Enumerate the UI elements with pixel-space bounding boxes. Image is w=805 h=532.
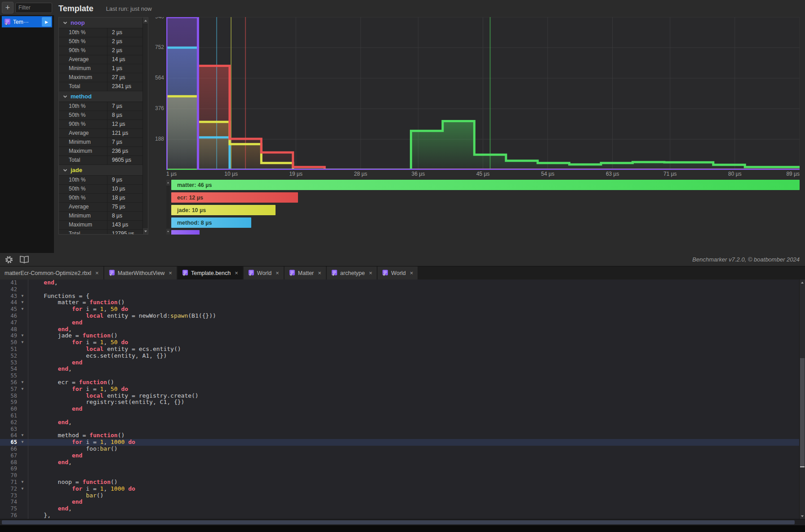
scroll-down-icon[interactable]: [143, 228, 148, 234]
fold-gutter: [17, 353, 28, 359]
fold-arrow-icon[interactable]: ▼: [17, 306, 28, 313]
code-text: end: [28, 452, 82, 459]
code-line-55: 55: [0, 372, 799, 379]
stat-label: 10th %: [59, 102, 107, 111]
code-line-47: 47 end: [0, 319, 799, 326]
tab-archetype[interactable]: archetype×: [327, 266, 377, 279]
line-number: 53: [0, 359, 17, 366]
close-icon[interactable]: ×: [369, 270, 373, 276]
chart-legend: matter: 46 µsecr: 12 µsjade: 10 µsmethod…: [166, 180, 800, 235]
line-number: 50: [0, 339, 17, 346]
close-icon[interactable]: ×: [276, 270, 279, 276]
tab-world[interactable]: World×: [378, 266, 418, 279]
stat-label: Minimum: [59, 212, 107, 220]
stat-row: Maximum236 µs: [59, 147, 142, 156]
close-icon[interactable]: ×: [410, 270, 414, 276]
script-icon: [4, 18, 11, 26]
fold-arrow-icon[interactable]: ▼: [17, 299, 28, 306]
tab-label: MatterWithoutView: [118, 270, 165, 276]
code-text: foo:bar(): [28, 446, 118, 452]
tab-matter[interactable]: Matter×: [285, 266, 326, 279]
stat-label: Average: [59, 129, 107, 137]
code-line-63: 63: [0, 426, 799, 433]
code-line-45: 45▼ for i = 1, 50 do: [0, 306, 799, 313]
editor-horizontal-scrollbar[interactable]: [0, 519, 805, 525]
tab-matterecr-common-optimize2-rbxl[interactable]: matterEcr-Common-Optimize2.rbxl×: [0, 266, 103, 279]
stat-label: 90th %: [59, 194, 107, 202]
code-text: end,: [28, 366, 72, 372]
x-tick-label: 1 µs: [166, 171, 177, 177]
tab-world[interactable]: World×: [244, 266, 284, 279]
legend-scroll-up-icon[interactable]: [166, 180, 170, 186]
stat-row: 10th %9 µs: [59, 176, 142, 185]
fold-gutter: [17, 399, 28, 406]
tab-template-bench[interactable]: Template.bench×: [178, 266, 243, 279]
fold-arrow-icon[interactable]: ▼: [17, 486, 28, 492]
close-icon[interactable]: ×: [318, 270, 321, 276]
code-line-58: 58 local entity = registry.create(): [0, 393, 799, 399]
docs-book-icon[interactable]: [19, 254, 30, 265]
code-text: end,: [28, 326, 72, 333]
editor-vscroll-thumb[interactable]: [800, 358, 805, 467]
code-text: noop = function(): [28, 479, 118, 486]
code-area[interactable]: 41 end,4243▼ Functions = {44▼ matter = f…: [0, 279, 799, 519]
line-number: 59: [0, 399, 17, 406]
legend-scroll-down-icon[interactable]: [166, 229, 170, 235]
stat-section-header-noop[interactable]: noop: [59, 18, 142, 28]
scroll-up-icon[interactable]: [143, 18, 148, 23]
code-line-54: 54 end,: [0, 366, 799, 372]
fold-arrow-icon[interactable]: ▼: [17, 439, 28, 446]
code-text: for i = 1, 50 do: [28, 386, 128, 393]
legend-bar: method: 8 µs: [171, 217, 251, 228]
x-tick-label: 54 µs: [541, 171, 555, 177]
add-benchmark-button[interactable]: +: [2, 2, 13, 13]
x-tick-label: 36 µs: [412, 171, 425, 177]
close-icon[interactable]: ×: [235, 270, 238, 276]
stat-section-header-method[interactable]: method: [59, 91, 142, 102]
code-line-59: 59 registry:set(entity, C1, {}): [0, 399, 799, 406]
close-icon[interactable]: ×: [169, 270, 172, 276]
stat-row: Average121 µs: [59, 129, 142, 138]
run-benchmark-button[interactable]: ▶: [42, 17, 51, 27]
script-icon: [382, 270, 388, 276]
filter-input[interactable]: [15, 3, 52, 13]
stat-value: 2 µs: [107, 46, 142, 55]
fold-arrow-icon[interactable]: ▼: [17, 386, 28, 393]
editor-vertical-scrollbar[interactable]: [799, 279, 805, 519]
code-text: for i = 1, 1000 do: [28, 439, 135, 446]
tab-matterwithoutview[interactable]: MatterWithoutView×: [104, 266, 177, 279]
fold-gutter: [17, 499, 28, 505]
benchmark-list-item-template[interactable]: Tem··· ▶: [2, 16, 52, 27]
fold-arrow-icon[interactable]: ▼: [17, 339, 28, 346]
fold-gutter: [17, 505, 28, 512]
code-text: end,: [28, 459, 72, 466]
editor-hscroll-thumb[interactable]: [2, 520, 795, 524]
fold-gutter: [17, 452, 28, 459]
legend-scrollbar[interactable]: [166, 180, 170, 235]
line-number: 68: [0, 459, 17, 466]
settings-gear-icon[interactable]: [4, 254, 14, 265]
line-number: 54: [0, 366, 17, 372]
close-icon[interactable]: ×: [95, 270, 99, 276]
code-text: for i = 1, 50 do: [28, 339, 128, 346]
fold-arrow-icon[interactable]: ▼: [17, 379, 28, 386]
stat-value: 9 µs: [107, 176, 142, 184]
fold-arrow-icon[interactable]: ▼: [17, 479, 28, 486]
stat-section-header-jade[interactable]: jade: [59, 165, 142, 176]
stat-row: Maximum143 µs: [59, 221, 142, 230]
stats-scrollbar[interactable]: [142, 18, 148, 234]
stat-row: 10th %7 µs: [59, 102, 142, 111]
stat-label: Total: [59, 82, 107, 91]
script-editor[interactable]: 41 end,4243▼ Functions = {44▼ matter = f…: [0, 279, 805, 519]
fold-arrow-icon[interactable]: ▼: [17, 332, 28, 339]
fold-arrow-icon[interactable]: ▼: [17, 432, 28, 439]
fold-gutter: [17, 326, 28, 333]
fold-arrow-icon[interactable]: ▼: [17, 293, 28, 300]
editor-scroll-up-icon[interactable]: [800, 279, 805, 285]
stat-label: 90th %: [59, 46, 107, 55]
stat-value: 14 µs: [107, 55, 142, 64]
code-text: end: [28, 319, 82, 326]
editor-scroll-down-icon[interactable]: [800, 513, 805, 519]
code-line-51: 51 local entity = ecs.entity(): [0, 346, 799, 353]
line-number: 65: [0, 439, 17, 446]
